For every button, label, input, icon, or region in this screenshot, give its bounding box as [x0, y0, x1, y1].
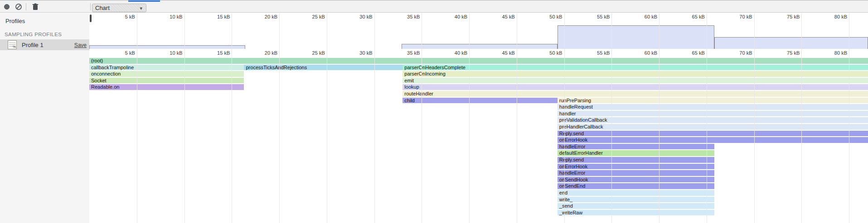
flame-frame-write-[interactable]: write_ — [558, 197, 714, 203]
overview-tick-label: 80 kB — [834, 14, 849, 19]
overview-gridline — [707, 13, 707, 49]
flame-gridline — [374, 49, 375, 223]
overview-gridline — [659, 13, 659, 49]
flame-frame-defaulterrorhandler[interactable]: defaultErrorHandler — [558, 150, 714, 156]
axis-tick-label: 5 kB — [125, 50, 137, 56]
save-profile-link[interactable]: Save — [74, 42, 87, 48]
overview-tick-label: 65 kB — [692, 14, 707, 19]
flame-frame-handler[interactable]: handler — [558, 111, 868, 117]
overview-tick-label: 75 kB — [787, 14, 801, 19]
flame-gridline — [517, 49, 517, 223]
flame-frame-onsendend[interactable]: onSendEnd — [558, 183, 714, 189]
axis-tick-label: 60 kB — [645, 50, 659, 56]
profiler-toolbar: Chart ▾ — [0, 0, 868, 13]
flame-frame--root-[interactable]: (root) — [89, 58, 868, 64]
view-mode-select[interactable]: Chart ▾ — [92, 4, 146, 12]
toolbar-separator — [26, 3, 26, 10]
clear-icon[interactable] — [15, 4, 22, 10]
flame-frame-child[interactable]: child — [402, 98, 557, 104]
overview-band-segment[interactable] — [89, 45, 245, 49]
axis-tick-label: 65 kB — [692, 50, 707, 56]
overview-tick-label: 5 kB — [125, 14, 137, 19]
flame-gridline — [849, 49, 849, 223]
flame-chart-area: (root)callbackTrampolineprocessTicksAndR… — [89, 13, 868, 223]
sampling-profiles-section-label: SAMPLING PROFILES — [5, 32, 62, 37]
flame-gridline — [564, 49, 565, 223]
axis-tick-label: 50 kB — [549, 50, 564, 56]
flame-gridline — [754, 49, 755, 223]
sidebar-item-profile-1[interactable]: % Profile 1 Save — [0, 39, 90, 50]
flame-gridline — [327, 49, 327, 223]
flame-frame-readable-on[interactable]: Readable.on — [89, 84, 244, 90]
overview-tick-label: 15 kB — [217, 14, 232, 19]
flame-frame-emit[interactable]: emit — [402, 78, 868, 84]
overview-tick-label: 25 kB — [312, 14, 327, 19]
overview-gridline — [517, 13, 517, 49]
axis-tick-label: 45 kB — [502, 50, 517, 56]
overview-band-segment[interactable] — [714, 37, 868, 49]
flame-frame-onerrorhook[interactable]: onErrorHook — [558, 164, 714, 170]
overview-band-segment[interactable] — [402, 44, 558, 49]
overview-gridline — [232, 13, 232, 49]
overview-gridline — [184, 13, 185, 49]
sidebar-title: Profiles — [5, 18, 25, 24]
flame-frame-reply-send[interactable]: Reply.send — [558, 131, 868, 137]
axis-tick-label: 55 kB — [597, 50, 611, 56]
overview-tick-label: 60 kB — [645, 14, 659, 19]
flame-frame-end[interactable]: end — [558, 190, 714, 196]
flame-gridline — [707, 49, 707, 223]
flame-graph: (root)callbackTrampolineprocessTicksAndR… — [89, 49, 868, 223]
flame-frame-routehandler[interactable]: routeHandler — [402, 91, 868, 97]
flame-frame-prevalidationcallback[interactable]: preValidationCallback — [558, 117, 868, 123]
overview-gridline — [422, 13, 422, 49]
flame-frame-prehandlercallback[interactable]: preHandlerCallback — [558, 124, 868, 130]
flame-gridline — [469, 49, 470, 223]
trash-icon[interactable] — [32, 3, 39, 10]
memory-profiler-panel: Chart ▾ Profiles SAMPLING PROFILES % Pro… — [0, 0, 868, 223]
axis-tick-label: 25 kB — [312, 50, 327, 56]
flame-frame-parseronheaderscomplete[interactable]: parserOnHeadersComplete — [402, 65, 868, 71]
flame-frame-callbacktrampoline[interactable]: callbackTrampoline — [89, 65, 244, 71]
overview-tick-label: 50 kB — [549, 14, 564, 19]
overview-left-handle[interactable] — [90, 14, 92, 22]
profile-name: Profile 1 — [22, 42, 44, 48]
overview-band-segment[interactable] — [558, 25, 714, 49]
flame-frame--writeraw[interactable]: _writeRaw — [558, 210, 714, 216]
axis-tick-label: 40 kB — [455, 50, 469, 56]
overview-tick-label: 70 kB — [739, 14, 754, 19]
flame-frame-onsendhook[interactable]: onSendHook — [558, 177, 714, 183]
flame-gridline — [184, 49, 185, 223]
flame-gridline — [137, 49, 137, 223]
record-button[interactable] — [4, 4, 10, 9]
overview-tick-label: 20 kB — [265, 14, 279, 19]
view-mode-value: Chart — [95, 5, 110, 11]
axis-tick-label: 70 kB — [739, 50, 754, 56]
flame-gridline — [422, 49, 422, 223]
overview-gridline — [327, 13, 327, 49]
flame-frame-handleerror[interactable]: handleError — [558, 144, 714, 150]
flame-gridline — [801, 49, 802, 223]
overview-gridline — [849, 13, 849, 49]
overview-gridline — [374, 13, 375, 49]
profiles-sidebar: Profiles SAMPLING PROFILES % Profile 1 S… — [0, 13, 91, 223]
overview-gridline — [564, 13, 565, 49]
flame-frame-handleerror[interactable]: handleError — [558, 170, 714, 176]
flame-frame-lookup[interactable]: lookup — [402, 84, 868, 90]
overview-tick-label: 10 kB — [170, 14, 184, 19]
toolbar-separator — [90, 3, 91, 10]
flame-frame-runpreparsing[interactable]: runPreParsing — [558, 98, 868, 104]
flame-frame-onerrorhook[interactable]: onErrorHook — [558, 137, 868, 143]
flame-frame-onconnection[interactable]: onconnection — [89, 71, 244, 77]
flame-frame-handlerequest[interactable]: handleRequest — [558, 104, 868, 110]
overview-tick-label: 35 kB — [407, 14, 422, 19]
flame-frame-parseronincoming[interactable]: parserOnIncoming — [402, 71, 868, 77]
overview-gridline — [137, 13, 137, 49]
flame-frame-socket[interactable]: Socket — [89, 78, 244, 84]
overview-tick-label: 55 kB — [597, 14, 611, 19]
flame-frame--send[interactable]: _send — [558, 203, 714, 209]
flame-gridline — [611, 49, 612, 223]
overview-gridline — [279, 13, 280, 49]
overview-tick-label: 40 kB — [455, 14, 469, 19]
flame-frame-processticksandrejections[interactable]: processTicksAndRejections — [244, 65, 402, 71]
flame-frame-reply-send[interactable]: Reply.send — [558, 157, 714, 163]
